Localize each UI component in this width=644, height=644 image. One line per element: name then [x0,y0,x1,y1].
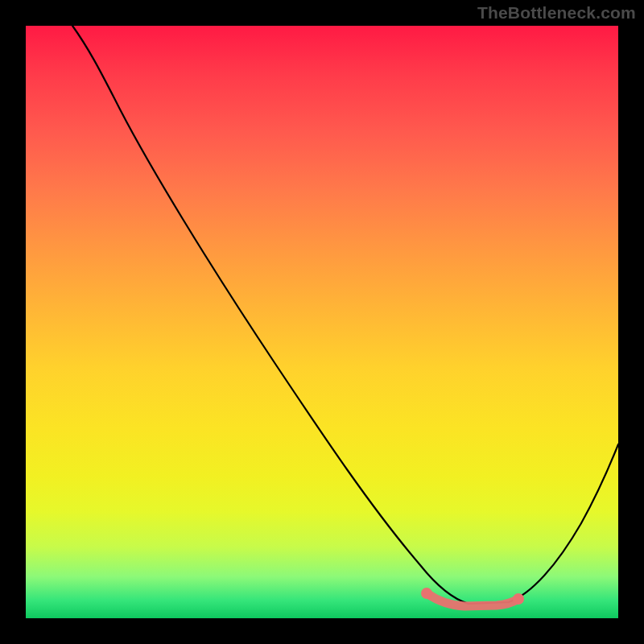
highlight-start-dot [421,588,432,599]
curve-svg [26,26,618,618]
chart-frame: TheBottleneck.com [0,0,644,644]
bottleneck-curve [72,26,618,604]
highlight-end-dot [513,593,524,605]
plot-area [26,26,618,618]
watermark-text: TheBottleneck.com [477,3,636,23]
optimal-range-highlight [427,593,518,606]
